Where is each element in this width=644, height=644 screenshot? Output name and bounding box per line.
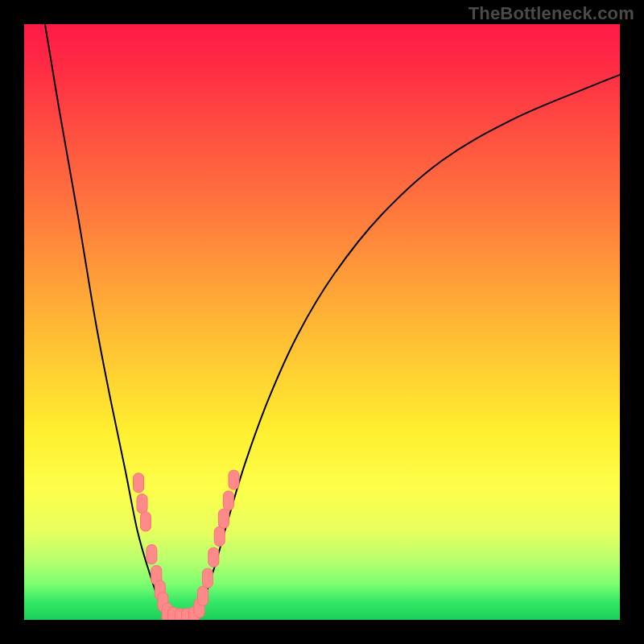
marker-point [208,547,219,567]
plot-area [24,24,620,620]
marker-point [223,491,233,510]
marker-point [202,568,213,588]
marker-group [134,470,239,620]
marker-point [218,509,229,528]
marker-point [134,473,144,493]
marker-point [140,512,151,531]
right-curve [194,75,620,620]
marker-point [214,526,225,546]
outer-frame: TheBottleneck.com [0,0,644,644]
watermark-text: TheBottleneck.com [469,3,634,24]
marker-point [137,494,147,514]
marker-point [229,470,239,489]
marker-point [198,586,208,605]
chart-svg [24,24,620,620]
marker-point [147,545,157,564]
